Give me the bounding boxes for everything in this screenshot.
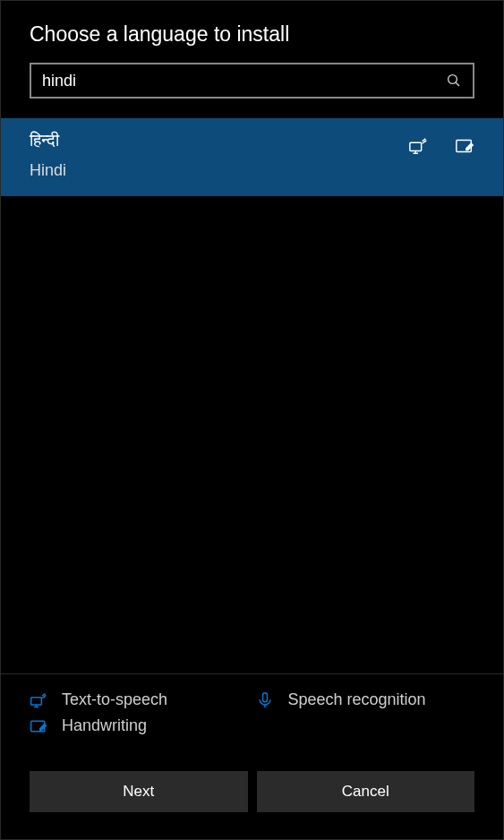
result-text: हिन्दी Hindi — [30, 131, 66, 180]
dialog-header: Choose a language to install — [1, 1, 503, 63]
language-native-name: हिन्दी — [30, 131, 66, 150]
dialog-footer: Text-to-speech Speech recognition — [1, 673, 503, 839]
svg-line-1 — [456, 82, 459, 86]
language-result-hindi[interactable]: हिन्दी Hindi — [1, 118, 503, 196]
feature-label: Text-to-speech — [62, 690, 167, 709]
dialog-buttons: Next Cancel — [30, 771, 474, 812]
text-to-speech-icon — [30, 691, 47, 709]
feature-legend: Text-to-speech Speech recognition — [30, 690, 474, 735]
feature-label: Speech recognition — [288, 690, 426, 709]
language-install-dialog: Choose a language to install हिन्दी Hind… — [0, 0, 504, 840]
result-feature-icons — [408, 131, 474, 156]
next-button[interactable]: Next — [30, 771, 248, 812]
language-results-list: हिन्दी Hindi — [1, 118, 503, 673]
search-row — [1, 63, 503, 118]
handwriting-icon — [455, 136, 474, 156]
svg-point-0 — [448, 75, 457, 84]
text-to-speech-icon — [408, 136, 428, 156]
handwriting-icon — [30, 717, 47, 735]
search-input[interactable] — [42, 72, 446, 90]
feature-handwriting: Handwriting — [30, 716, 249, 735]
svg-rect-6 — [31, 697, 42, 704]
feature-text-to-speech: Text-to-speech — [30, 690, 249, 709]
microphone-icon — [256, 691, 274, 709]
dialog-title: Choose a language to install — [30, 22, 474, 47]
svg-rect-9 — [262, 692, 267, 701]
search-box[interactable] — [30, 63, 474, 99]
cancel-button[interactable]: Cancel — [257, 771, 475, 812]
language-english-name: Hindi — [30, 161, 66, 180]
feature-label: Handwriting — [62, 716, 147, 735]
search-icon — [446, 73, 462, 89]
feature-speech-recognition: Speech recognition — [256, 690, 475, 709]
svg-rect-2 — [410, 142, 422, 150]
